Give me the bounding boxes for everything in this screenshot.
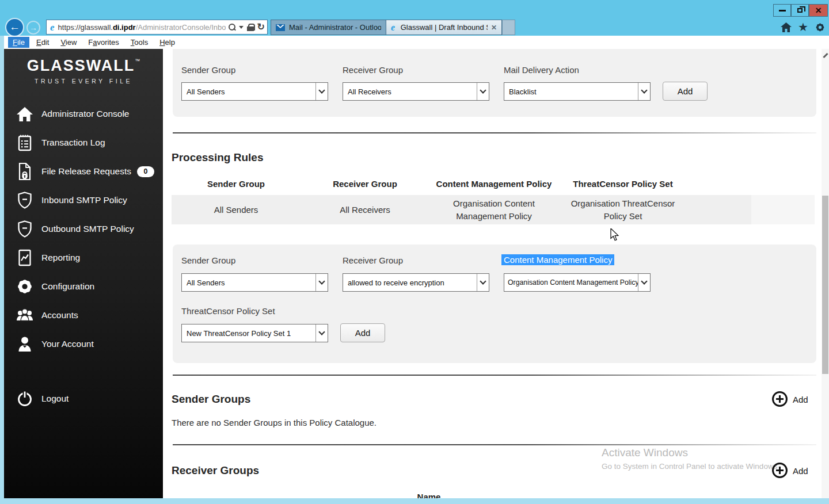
menu-favorites[interactable]: Favorites [83, 37, 123, 48]
favorites-star-icon[interactable]: ★ [798, 21, 808, 33]
rule-content-management-policy-select[interactable]: Organisation Content Management Policy [504, 273, 651, 292]
tab-outlook[interactable]: Mail - Administrator - Outlook [271, 20, 386, 35]
chevron-down-icon [315, 274, 328, 291]
rule-receiver-group-select[interactable]: allowed to receive encryption [343, 273, 489, 292]
mail-delivery-action-select[interactable]: Blacklist [504, 82, 651, 101]
restore-button[interactable] [791, 4, 809, 17]
column-header-content-management-policy: Content Management Policy [429, 179, 558, 189]
menu-bar: File Edit View Favorites Tools Help [0, 36, 829, 49]
close-button[interactable]: ✕ [809, 4, 828, 17]
section-divider [173, 132, 816, 133]
rule-cell-content-management-policy: Organisation Content Management Policy [429, 195, 558, 224]
processing-rules-title: Processing Rules [172, 151, 263, 164]
scrollbar-thumb[interactable] [822, 196, 828, 374]
section-divider [173, 444, 816, 445]
forward-button[interactable]: → [26, 21, 40, 35]
sidebar-item-logout[interactable]: Logout [4, 384, 163, 413]
ie-icon: e [50, 22, 55, 32]
home-icon[interactable] [781, 22, 792, 32]
chevron-down-icon [315, 83, 328, 100]
page-scrollbar[interactable] [822, 49, 829, 498]
sidebar: GLASSWALL™ TRUST EVERY FILE Administrato… [4, 49, 163, 498]
refresh-icon[interactable]: ↻ [257, 22, 265, 32]
chevron-down-icon [638, 274, 650, 291]
title-bar: ✕ [0, 0, 829, 17]
mail-delivery-action-label: Mail Delivery Action [504, 65, 579, 75]
sender-group-label: Sender Group [181, 255, 235, 265]
sidebar-item-file-release-requests[interactable]: File Release Requests 0 [4, 157, 163, 186]
address-dropdown-icon[interactable] [239, 26, 244, 29]
back-button[interactable]: ← [5, 18, 24, 37]
sidebar-item-configuration[interactable]: Configuration [4, 272, 163, 301]
threatcensor-policy-set-select[interactable]: New ThreatCensor Policy Set 1 [181, 324, 328, 342]
lock-icon [247, 24, 254, 31]
glasswall-logo: GLASSWALL™ TRUST EVERY FILE [4, 57, 163, 85]
main-content: Sender Group Receiver Group Mail Deliver… [163, 49, 829, 498]
menu-edit[interactable]: Edit [32, 37, 54, 48]
receiver-group-label: Receiver Group [343, 255, 403, 265]
accounts-icon [14, 306, 35, 325]
receiver-group-select[interactable]: All Receivers [343, 82, 489, 101]
menu-help[interactable]: Help [155, 37, 180, 48]
sidebar-item-transaction-log[interactable]: Transaction Log 0 [4, 128, 163, 157]
row-actions-cell [751, 195, 815, 224]
tab-glasswall[interactable]: e Glasswall | Draft Inbound S... ✕ [386, 20, 502, 35]
sidebar-item-reporting[interactable]: Reporting [4, 243, 163, 272]
sidebar-item-outbound-smtp-policy[interactable]: Outbound SMTP Policy [4, 215, 163, 243]
chevron-down-icon [477, 83, 489, 100]
sidebar-item-administrator-console[interactable]: Administrator Console [4, 100, 163, 128]
rule-sender-group-select[interactable]: All Senders [181, 273, 328, 292]
settings-gear-icon[interactable] [815, 22, 826, 33]
sidebar-item-accounts[interactable]: Accounts [4, 301, 163, 330]
url-text: https://glasswall.di.ipdr/AdministratorC… [58, 23, 226, 32]
threatcensor-policy-set-label: ThreatCensor Policy Set [181, 306, 275, 316]
window-left-border [0, 36, 4, 504]
sidebar-item-inbound-smtp-policy[interactable]: Inbound SMTP Policy [4, 186, 163, 215]
column-header-threatcensor-policy-set: ThreatCensor Policy Set [558, 179, 687, 189]
menu-file[interactable]: File [8, 37, 29, 48]
rule-cell-sender-group: All Senders [172, 195, 301, 224]
rule-cell-threatcensor-policy-set: Organisation ThreatCensor Policy Set [558, 195, 687, 224]
gear-icon [14, 277, 35, 296]
sender-groups-title: Sender Groups [172, 393, 250, 406]
chevron-down-icon [477, 274, 489, 291]
address-bar[interactable]: e https://glasswall.di.ipdr/Administrato… [46, 20, 268, 35]
content-management-policy-label-highlighted: Content Management Policy [501, 254, 614, 265]
sender-group-label: Sender Group [181, 65, 235, 75]
activate-windows-watermark: Activate Windows Go to System in Control… [602, 446, 777, 471]
forward-arrow-icon: → [29, 24, 37, 32]
home-icon [14, 104, 35, 124]
add-processing-rule-button[interactable]: Add [340, 323, 385, 342]
logo-tagline: TRUST EVERY FILE [4, 78, 163, 85]
user-icon [14, 334, 35, 354]
receiver-group-label: Receiver Group [343, 65, 403, 75]
report-icon [14, 248, 35, 268]
receiver-groups-name-column-header: Name [364, 492, 493, 498]
sidebar-item-your-account[interactable]: Your Account [4, 330, 163, 358]
file-lock-icon [14, 162, 35, 181]
menu-view[interactable]: View [56, 37, 81, 48]
sender-groups-empty-text: There are no Sender Groups in this Polic… [172, 418, 377, 427]
menu-tools[interactable]: Tools [126, 37, 153, 48]
scrollbar-mark [823, 53, 828, 58]
chevron-down-icon [638, 83, 650, 100]
add-delivery-rule-button[interactable]: Add [663, 82, 708, 101]
ie-icon: e [391, 23, 395, 32]
search-icon[interactable] [228, 24, 235, 31]
new-tab-button[interactable] [502, 20, 515, 35]
column-header-sender-group: Sender Group [172, 179, 301, 189]
add-receiver-group-icon[interactable] [772, 463, 788, 478]
minimize-button[interactable] [773, 4, 791, 17]
add-sender-group-label[interactable]: Add [793, 395, 808, 404]
tab-close-icon[interactable]: ✕ [491, 24, 497, 32]
back-arrow-icon: ← [9, 21, 20, 32]
shield-icon [14, 190, 35, 210]
add-rule-panel [173, 245, 816, 363]
sender-group-select[interactable]: All Senders [181, 82, 328, 101]
receiver-groups-title: Receiver Groups [172, 464, 259, 477]
envelope-icon [276, 24, 285, 31]
window-bottom-border [0, 498, 829, 504]
rule-cell-receiver-group: All Receivers [301, 195, 429, 224]
add-sender-group-icon[interactable] [772, 391, 788, 407]
add-receiver-group-label[interactable]: Add [793, 466, 808, 476]
